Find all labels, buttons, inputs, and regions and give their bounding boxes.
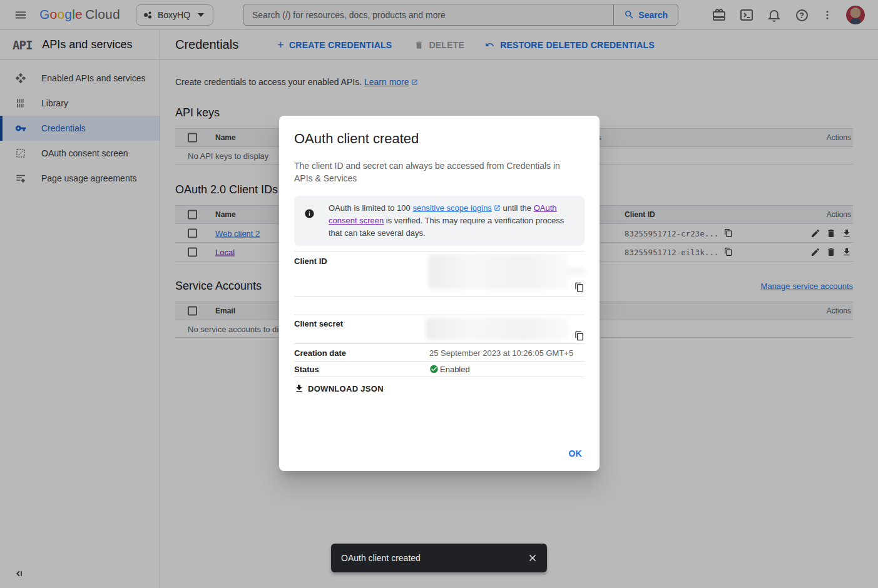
dialog-fields: Client ID Client secret Creation date 25… [294,251,584,377]
client-id-redacted-value [568,268,586,275]
ok-button[interactable]: OK [568,449,582,459]
snackbar-message: OAuth client created [341,553,421,563]
check-circle-icon [429,365,439,374]
app-window: GoogleCloud BoxyHQ Search [0,0,878,588]
dialog-title: OAuth client created [294,131,584,147]
status-label: Status [294,365,319,374]
creation-date-row: Creation date 25 September 2023 at 10:26… [294,343,584,361]
spacer-row [294,296,584,315]
oauth-client-created-dialog: OAuth client created The client ID and s… [279,116,600,471]
download-json-button[interactable]: DOWNLOAD JSON [294,383,384,393]
external-link-icon [494,205,501,211]
copy-icon[interactable] [574,282,584,292]
client-secret-row: Client secret [294,315,584,343]
creation-date-value: 25 September 2023 at 10:26:05 GMT+5 [429,348,573,357]
creation-date-label: Creation date [294,348,346,357]
notice-text: OAuth is limited to 100 sensitive scope … [329,202,574,240]
client-id-redacted-value [428,254,569,289]
client-id-label: Client ID [294,256,327,266]
copy-icon[interactable] [574,331,584,341]
snackbar: OAuth client created [331,544,547,572]
client-id-row: Client ID [294,251,584,296]
status-value: Enabled [429,365,470,374]
sensitive-scope-logins-link[interactable]: sensitive scope logins [412,203,491,213]
client-secret-redacted-value [426,318,569,340]
close-icon[interactable] [527,552,538,564]
status-row: Status Enabled [294,361,584,377]
dialog-description: The client ID and secret can always be a… [294,160,577,185]
info-icon [304,208,315,219]
client-secret-label: Client secret [294,319,343,328]
download-icon [294,383,304,393]
oauth-limit-notice: OAuth is limited to 100 sensitive scope … [294,196,584,246]
